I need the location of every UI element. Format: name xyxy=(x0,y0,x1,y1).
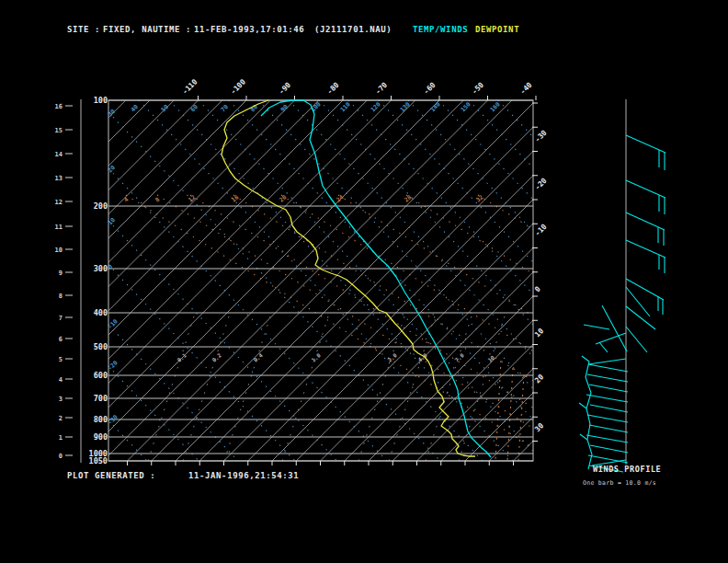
svg-text:1: 1 xyxy=(59,434,63,442)
time-label: TIME : xyxy=(158,25,191,34)
svg-text:30: 30 xyxy=(533,421,545,433)
dewpoint-curve xyxy=(222,100,475,456)
svg-text:800: 800 xyxy=(94,415,108,424)
svg-text:0: 0 xyxy=(107,263,114,270)
site-label: SITE : xyxy=(67,25,100,34)
temperature-curve xyxy=(261,100,491,457)
plot-generated-label: PLOT GENERATED : xyxy=(67,471,155,480)
svg-text:0.2: 0.2 xyxy=(210,351,222,363)
wind-barb-profile xyxy=(579,99,665,472)
svg-text:140: 140 xyxy=(429,100,442,113)
svg-text:160: 160 xyxy=(489,100,502,113)
svg-text:130: 130 xyxy=(399,100,412,113)
time-value: 11-FEB-1993,17:01:46 xyxy=(194,25,304,34)
svg-text:10: 10 xyxy=(107,216,117,226)
isotherm-lines xyxy=(0,100,728,461)
svg-text:14: 14 xyxy=(55,151,63,158)
svg-text:-110: -110 xyxy=(181,77,199,96)
svg-text:-90: -90 xyxy=(278,81,293,97)
svg-text:7: 7 xyxy=(59,315,63,322)
svg-text:3: 3 xyxy=(59,396,63,403)
svg-text:1050: 1050 xyxy=(89,456,108,465)
svg-text:4: 4 xyxy=(59,376,63,384)
svg-text:20: 20 xyxy=(107,164,117,174)
svg-text:12: 12 xyxy=(55,199,63,206)
svg-text:20: 20 xyxy=(533,373,545,385)
svg-text:0.4: 0.4 xyxy=(252,351,264,363)
svg-text:6: 6 xyxy=(59,336,63,343)
barb-scale-note: One barb = 10.0 m/s xyxy=(583,479,656,487)
svg-text:4: 4 xyxy=(122,196,130,204)
svg-text:15: 15 xyxy=(55,127,63,134)
svg-text:100: 100 xyxy=(94,96,108,105)
svg-text:28: 28 xyxy=(403,193,413,203)
svg-text:500: 500 xyxy=(94,342,108,351)
svg-text:700: 700 xyxy=(94,394,108,403)
svg-text:-70: -70 xyxy=(374,81,390,97)
svg-text:400: 400 xyxy=(94,308,108,317)
svg-text:20: 20 xyxy=(278,193,288,203)
svg-text:60: 60 xyxy=(189,103,199,113)
svg-text:-10: -10 xyxy=(533,223,549,238)
svg-text:-30: -30 xyxy=(533,129,549,144)
svg-text:10: 10 xyxy=(55,247,63,254)
svg-text:200: 200 xyxy=(94,201,108,211)
svg-text:0: 0 xyxy=(533,285,542,294)
svg-text:9: 9 xyxy=(59,270,63,277)
svg-text:2: 2 xyxy=(59,415,63,422)
svg-text:-80: -80 xyxy=(325,81,341,97)
site-value: FIXED, NAU xyxy=(103,25,158,34)
svg-text:8: 8 xyxy=(154,196,161,204)
svg-text:8: 8 xyxy=(59,293,63,300)
svg-text:16: 16 xyxy=(230,193,240,203)
svg-text:5: 5 xyxy=(59,356,63,363)
skewt-app-screen: SITE : FIXED, NAU TIME : 11-FEB-1993,17:… xyxy=(0,0,728,563)
pressure-grid-and-frame xyxy=(65,96,538,465)
svg-text:10: 10 xyxy=(533,327,545,339)
svg-text:0: 0 xyxy=(59,453,63,460)
legend-dewpoint: DEWPOINT xyxy=(475,25,519,34)
svg-text:16: 16 xyxy=(55,103,63,110)
svg-text:600: 600 xyxy=(94,371,108,380)
svg-text:50: 50 xyxy=(160,103,170,113)
dry-adiabat-lines xyxy=(108,100,728,461)
svg-text:13: 13 xyxy=(55,175,63,182)
svg-text:-50: -50 xyxy=(471,81,486,97)
svg-text:1.0: 1.0 xyxy=(310,351,322,363)
svg-text:24: 24 xyxy=(335,193,345,203)
svg-text:900: 900 xyxy=(94,432,108,442)
file-id: (J2111701.NAU) xyxy=(314,25,392,34)
winds-profile-title: WINDS PROFILE xyxy=(593,465,661,474)
svg-text:10: 10 xyxy=(486,354,495,363)
svg-text:12: 12 xyxy=(187,193,197,203)
svg-text:-100: -100 xyxy=(229,77,247,96)
plot-generated-value: 11-JAN-1996,21:54:31 xyxy=(188,471,299,480)
svg-text:90: 90 xyxy=(279,103,290,113)
legend-temp-winds: TEMP/WINDS xyxy=(413,25,468,34)
svg-text:70: 70 xyxy=(220,103,230,113)
svg-text:-60: -60 xyxy=(422,81,438,97)
svg-text:-20: -20 xyxy=(533,177,549,192)
svg-text:30: 30 xyxy=(107,108,117,118)
svg-text:7.0: 7.0 xyxy=(453,351,465,363)
svg-text:-40: -40 xyxy=(518,81,534,97)
svg-text:11: 11 xyxy=(55,224,63,231)
svg-text:2.0: 2.0 xyxy=(386,351,398,363)
